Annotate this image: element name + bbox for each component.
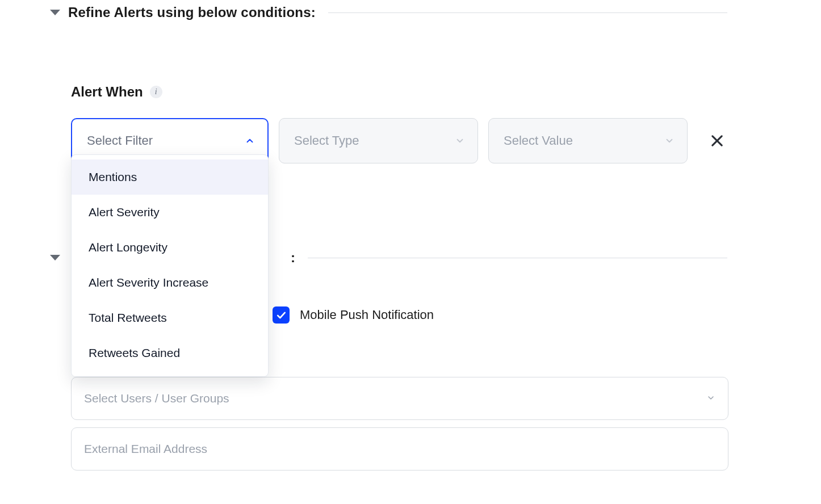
select-filter-options[interactable]: MentionsAlert SeverityAlert LongevityAle… [71, 154, 269, 377]
select-filter-placeholder: Select Filter [87, 133, 153, 148]
mobile-push-label: Mobile Push Notification [300, 308, 434, 322]
info-icon[interactable]: i [150, 86, 162, 98]
refine-alerts-section-header[interactable]: Refine Alerts using below conditions: [0, 5, 821, 20]
chevron-down-icon [664, 136, 675, 146]
filter-option[interactable]: Alert Longevity [72, 230, 268, 265]
filter-option[interactable]: Alert Severity Increase [72, 265, 268, 300]
refine-alerts-title: Refine Alerts using below conditions: [68, 5, 316, 20]
collapse-triangle-icon[interactable] [50, 10, 60, 15]
chevron-down-icon [706, 392, 715, 405]
filter-option[interactable]: Total Retweets [72, 300, 268, 335]
alert-when-row: Alert When i [0, 84, 821, 100]
remove-condition-button[interactable] [708, 132, 726, 150]
section-divider [308, 258, 727, 258]
select-value-placeholder: Select Value [504, 133, 573, 148]
collapse-triangle-icon[interactable] [50, 255, 60, 261]
alert-when-label: Alert When [71, 84, 143, 100]
select-type-placeholder: Select Type [294, 133, 359, 148]
mobile-push-row: Mobile Push Notification [273, 306, 434, 324]
users-groups-placeholder: Select Users / User Groups [84, 392, 229, 405]
mobile-push-checkbox[interactable] [273, 306, 290, 324]
filter-option[interactable]: Mentions [72, 159, 268, 195]
external-email-placeholder: External Email Address [84, 442, 207, 456]
filter-option[interactable]: Retweets Gained [72, 335, 268, 371]
select-value-dropdown[interactable]: Select Value [488, 118, 688, 163]
external-email-input[interactable]: External Email Address [71, 427, 728, 471]
section-divider [328, 12, 727, 13]
users-groups-select[interactable]: Select Users / User Groups [71, 377, 728, 420]
filter-option[interactable]: Alert Severity [72, 195, 268, 230]
chevron-up-icon [245, 136, 255, 146]
notification-section-title-suffix: : [291, 250, 295, 266]
chevron-down-icon [455, 136, 465, 146]
select-type-dropdown[interactable]: Select Type [279, 118, 478, 163]
